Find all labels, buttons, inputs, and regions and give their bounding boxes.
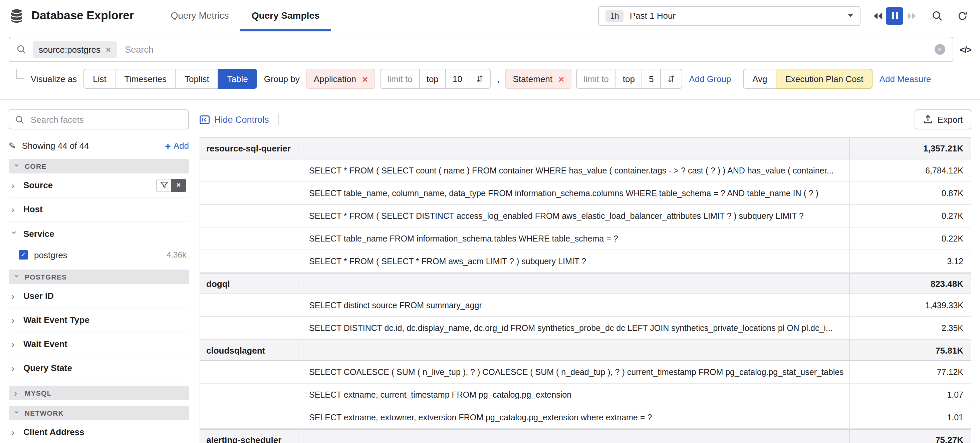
remove-filter-icon[interactable]: × <box>106 45 111 54</box>
top-selector[interactable]: top <box>419 69 446 89</box>
visualize-option-table[interactable]: Table <box>218 69 257 89</box>
groupby-pill-statement[interactable]: Statement× <box>506 69 572 89</box>
refresh-button[interactable] <box>954 7 971 24</box>
sort-order-button[interactable] <box>469 69 491 89</box>
query-row[interactable]: SELECT * FROM ( SELECT DISTINCT access_l… <box>200 205 970 227</box>
skip-forward-icon <box>907 12 917 20</box>
facet-section-mysql[interactable]: ›MYSQL <box>9 386 189 400</box>
pause-icon <box>891 12 894 19</box>
facet-section-network[interactable]: ›NETWORK <box>9 406 189 420</box>
query-row[interactable]: SELECT distinct source FROM summary_aggr… <box>200 294 970 317</box>
chevron-icon: › <box>11 339 18 349</box>
add-facet-button[interactable]: + Add <box>165 140 189 151</box>
query-row[interactable]: SELECT COALESCE ( SUM ( n_live_tup ), ? … <box>200 361 970 384</box>
facet-item-query-state[interactable]: ›Query State <box>9 356 189 380</box>
query-row[interactable]: SELECT extname, extowner, extversion FRO… <box>200 406 970 429</box>
table-group-row-alerting-scheduler[interactable]: alerting-scheduler75.27K <box>200 429 970 443</box>
groupby-pill-application[interactable]: Application× <box>306 69 375 89</box>
facet-section-postgres[interactable]: ›POSTGRES <box>9 270 189 284</box>
facet-search-input[interactable] <box>29 114 182 125</box>
time-range-picker[interactable]: 1h Past 1 Hour <box>598 6 861 26</box>
check-icon: ✓ <box>21 251 26 258</box>
add-measure-button[interactable]: Add Measure <box>880 74 931 84</box>
query-row[interactable]: SELECT extname, current_timestamp FROM p… <box>200 384 970 406</box>
group-value: 823.48K <box>849 273 970 294</box>
facet-label: Wait Event <box>23 339 67 349</box>
search-input[interactable] <box>124 44 928 55</box>
add-facet-label: Add <box>173 140 189 151</box>
tab-query-samples[interactable]: Query Samples <box>240 0 331 31</box>
aggregator-button[interactable]: Avg <box>743 69 776 89</box>
filter-chip[interactable]: source:postgres × <box>33 41 117 58</box>
facet-item-wait-event[interactable]: ›Wait Event <box>9 332 189 356</box>
export-button[interactable]: Export <box>915 110 971 129</box>
visualize-option-list[interactable]: List <box>83 69 116 89</box>
facet-item-client-address[interactable]: ›Client Address <box>9 420 189 443</box>
sort-arrows-icon <box>476 75 484 83</box>
group-spacer <box>298 273 849 294</box>
facet-item-user-id[interactable]: ›User ID <box>9 284 189 308</box>
facet-section-core[interactable]: ›CORE <box>9 159 189 173</box>
limit-count-input[interactable]: 5 <box>641 69 661 89</box>
filter-facet-button[interactable] <box>156 178 172 192</box>
tab-query-metrics[interactable]: Query Metrics <box>159 0 240 31</box>
query-value: 77.12K <box>849 361 970 383</box>
groupby-field-label: Application <box>314 74 356 84</box>
clear-facet-button[interactable]: × <box>171 178 186 192</box>
table-group-row-dogql[interactable]: dogql823.48K <box>200 273 970 294</box>
query-row[interactable]: SELECT DISTINCT dc.id, dc.display_name, … <box>200 317 970 340</box>
group-value: 75.27K <box>849 430 970 443</box>
hide-controls-button[interactable]: Hide Controls <box>200 114 269 124</box>
add-group-button[interactable]: Add Group <box>689 74 731 84</box>
code-view-icon[interactable]: </> <box>959 44 971 54</box>
chevron-icon: › <box>13 410 22 416</box>
facet-label: Source <box>23 180 53 190</box>
time-backward-button[interactable] <box>869 7 886 24</box>
query-value: 1,439.33K <box>849 294 970 316</box>
main-panel: Hide Controls Export resource-sql-querie… <box>200 110 971 441</box>
clear-search-icon[interactable]: × <box>934 44 945 55</box>
remove-group-icon[interactable]: × <box>362 74 368 84</box>
chevron-icon: › <box>10 231 19 237</box>
filter-chip-label: source:postgres <box>39 44 100 54</box>
query-row[interactable]: SELECT table_name FROM information_schem… <box>200 227 970 250</box>
search-icon <box>15 115 24 124</box>
zoom-button[interactable] <box>929 7 946 24</box>
pause-button[interactable] <box>886 7 903 24</box>
visualize-as-label: Visualize as <box>31 74 77 84</box>
facet-item-host[interactable]: ›Host <box>9 197 189 221</box>
checkbox-checked-icon[interactable]: ✓ <box>19 250 28 260</box>
group-name: cloudsqlagent <box>200 340 298 360</box>
time-forward-button[interactable] <box>903 7 921 24</box>
facet-section-label: NETWORK <box>25 409 64 417</box>
group-value: 1,357.21K <box>849 138 970 159</box>
chevron-icon: › <box>11 363 18 373</box>
facet-label: Wait Event Type <box>23 315 89 325</box>
facet-item-wait-event-type[interactable]: ›Wait Event Type <box>9 308 189 332</box>
connector-line <box>16 68 24 78</box>
limit-segmented: limit totop5 <box>576 69 682 89</box>
query-row[interactable]: SELECT table_name, column_name, data_typ… <box>200 182 970 205</box>
measure-button[interactable]: Execution Plan Cost <box>776 69 872 89</box>
query-row[interactable]: SELECT * FROM ( SELECT count ( name ) FR… <box>200 159 970 182</box>
query-value: 1.01 <box>849 406 970 428</box>
edit-facets-icon[interactable]: ✎ <box>9 140 16 151</box>
facet-item-service[interactable]: ›Service <box>9 221 189 246</box>
facet-label: Service <box>23 229 54 238</box>
groupby-separator: , <box>497 73 500 84</box>
search-box[interactable]: source:postgres × × <box>9 37 953 62</box>
table-group-row-cloudsqlagent[interactable]: cloudsqlagent75.81K <box>200 340 970 361</box>
facet-value-postgres[interactable]: ✓postgres4.36k <box>9 246 189 264</box>
visualize-option-toplist[interactable]: Toplist <box>175 69 219 89</box>
facet-search-box[interactable] <box>9 110 189 129</box>
query-row[interactable]: SELECT * FROM ( SELECT * FROM aws_acm LI… <box>200 250 970 273</box>
sort-order-button[interactable] <box>660 69 682 89</box>
search-icon <box>17 45 26 54</box>
top-selector[interactable]: top <box>616 69 642 89</box>
facet-item-source[interactable]: ›Source× <box>9 173 189 197</box>
limit-count-input[interactable]: 10 <box>445 69 469 89</box>
table-group-row-resource-sql-querier[interactable]: resource-sql-querier1,357.21K <box>200 138 970 159</box>
visualize-option-timeseries[interactable]: Timeseries <box>115 69 176 89</box>
remove-group-icon[interactable]: × <box>558 74 565 84</box>
facet-label: Client Address <box>23 427 84 437</box>
